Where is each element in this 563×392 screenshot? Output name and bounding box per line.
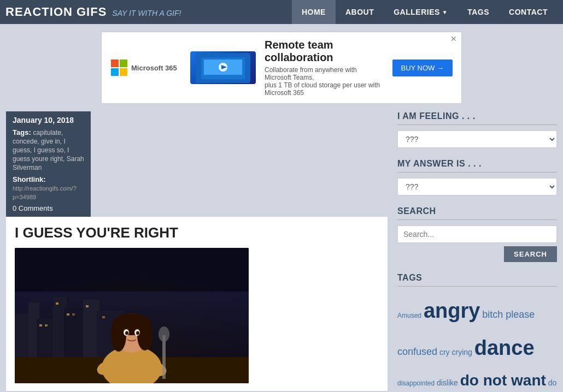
ad-banner: ✕ Microsoft 365 Remote team collaboratio…	[101, 32, 462, 104]
site-tagline: SAY IT WITH A GIF!	[112, 9, 181, 17]
search-actions: SEARCH	[397, 246, 557, 262]
feeling-widget: I AM FEELING . . . ???	[397, 111, 557, 148]
answer-widget: MY ANSWER IS . . . ???	[397, 159, 557, 195]
tag-angry[interactable]: angry	[424, 299, 480, 322]
content-area: January 10, 2018 Tags: capitulate, conce…	[6, 111, 388, 392]
post-date: January 10, 2018	[13, 116, 84, 124]
svg-point-39	[159, 326, 169, 342]
svg-rect-3	[120, 68, 127, 76]
site-branding: REACTION GIFS SAY IT WITH A GIF!	[5, 5, 181, 19]
ad-close-button[interactable]: ✕	[450, 34, 457, 43]
post-shortlink: Shortlink: http://reactiongifs.com/?p=34…	[13, 175, 84, 201]
feeling-widget-title: I AM FEELING . . .	[397, 111, 557, 125]
svg-rect-19	[45, 324, 48, 326]
main-layout: January 10, 2018 Tags: capitulate, conce…	[3, 111, 560, 392]
svg-rect-21	[67, 313, 69, 316]
search-button[interactable]: SEARCH	[504, 246, 557, 262]
site-header: REACTION GIFS SAY IT WITH A GIF! HOME AB…	[0, 0, 563, 24]
svg-point-31	[137, 320, 153, 351]
svg-rect-1	[120, 60, 127, 67]
tag-confused[interactable]: confused	[397, 346, 437, 357]
nav-item-tags[interactable]: TAGS	[458, 0, 499, 24]
post-shortlink-value: http://reactiongifs.com/?p=34989	[13, 185, 77, 200]
search-widget: SEARCH SEARCH	[397, 206, 557, 262]
search-widget-title: SEARCH	[397, 206, 557, 220]
galleries-dropdown-arrow: ▼	[442, 9, 448, 15]
tag-dislike[interactable]: dislike	[437, 378, 458, 387]
svg-rect-2	[111, 68, 119, 76]
post-gif	[15, 248, 249, 383]
post-title: I GUESS YOU'RE RIGHT	[15, 224, 379, 241]
post-shortlink-label: Shortlink:	[13, 175, 46, 183]
svg-rect-24	[102, 316, 105, 318]
microsoft-logo-icon	[110, 59, 128, 76]
tag-cry[interactable]: cry	[439, 348, 450, 357]
ad-cta-button[interactable]: BUY NOW →	[392, 60, 453, 76]
tags-widget-title: TAGS	[397, 273, 557, 287]
search-input[interactable]	[397, 225, 557, 243]
ad-image	[190, 51, 256, 84]
tag-crying[interactable]: crying	[452, 348, 472, 357]
answer-select[interactable]: ???	[397, 178, 557, 195]
tags-cloud: Amused angry bitch please confused cry c…	[397, 292, 557, 392]
tag-dance[interactable]: dance	[474, 336, 535, 359]
post-content: I GUESS YOU'RE RIGHT	[6, 217, 388, 391]
nav-item-about[interactable]: ABOUT	[336, 0, 384, 24]
svg-rect-0	[111, 60, 119, 67]
feeling-select[interactable]: ???	[397, 130, 557, 148]
tags-widget: TAGS Amused angry bitch please confused …	[397, 273, 557, 392]
answer-widget-title: MY ANSWER IS . . .	[397, 159, 557, 173]
svg-rect-20	[56, 302, 58, 305]
svg-rect-22	[72, 313, 75, 316]
ad-logo: Microsoft 365	[110, 59, 181, 76]
post-tags-label: Tags:	[13, 128, 31, 136]
tag-amused[interactable]: Amused	[397, 312, 421, 319]
svg-point-35	[136, 331, 139, 335]
tag-do-not-want[interactable]: do not want	[460, 372, 546, 389]
post-comments[interactable]: 0 Comments	[13, 204, 84, 212]
site-title: REACTION GIFS	[5, 5, 107, 19]
post-gif-image	[15, 248, 249, 383]
nav-item-galleries[interactable]: GALLERIES ▼	[384, 0, 458, 24]
svg-rect-23	[86, 305, 89, 307]
svg-point-34	[125, 331, 128, 335]
ad-subtext: Collaborate from anywhere with Microsoft…	[265, 66, 384, 97]
post-meta: January 10, 2018 Tags: capitulate, conce…	[6, 111, 91, 217]
tag-bitch-please[interactable]: bitch please	[482, 309, 535, 320]
tag-disappointed[interactable]: disappointed	[397, 379, 435, 387]
main-nav: HOME ABOUT GALLERIES ▼ TAGS CONTACT	[292, 0, 558, 24]
ad-logo-text: Microsoft 365	[131, 64, 177, 72]
post-tags: Tags: capitulate, concede, give in, I gu…	[13, 128, 84, 171]
nav-item-contact[interactable]: CONTACT	[499, 0, 558, 24]
svg-point-30	[111, 319, 126, 352]
nav-item-home[interactable]: HOME	[292, 0, 336, 24]
ad-text: Remote team collaboration Collaborate fr…	[265, 39, 384, 97]
ad-headline: Remote team collaboration	[265, 39, 384, 64]
sidebar: I AM FEELING . . . ??? MY ANSWER IS . . …	[388, 111, 557, 392]
svg-rect-18	[39, 324, 42, 326]
